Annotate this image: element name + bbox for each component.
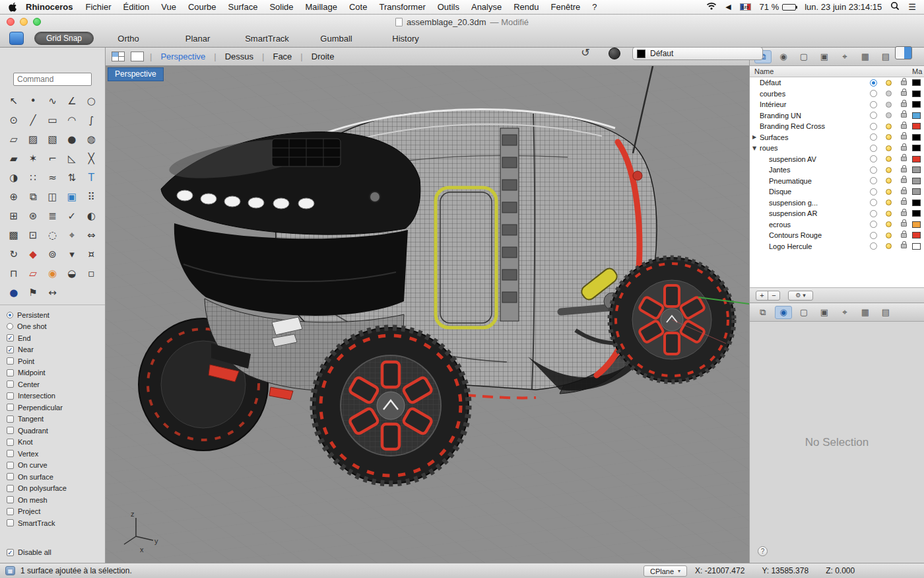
checkbox-icon[interactable]: ✓ <box>7 549 14 556</box>
layer-visibility-bulb[interactable] <box>886 199 892 205</box>
layer-lock-icon[interactable] <box>901 190 907 194</box>
layer-color-swatch[interactable] <box>912 123 921 129</box>
layer-lock-icon[interactable] <box>901 135 907 139</box>
menu-cote[interactable]: Cote <box>343 2 373 12</box>
layer-lock-icon[interactable] <box>901 211 907 216</box>
surface-points-tool-icon[interactable]: ▱ <box>4 129 23 149</box>
camera-icon[interactable]: ⌖ <box>836 50 853 63</box>
osnap-perpendicular[interactable]: Perpendicular <box>7 402 98 414</box>
osnap-mode-one-shot[interactable]: One shot <box>7 321 98 333</box>
checkbox-icon[interactable] <box>7 427 14 434</box>
page-icon[interactable]: ▢ <box>795 306 812 319</box>
perspective-viewport[interactable]: z y x Perspective <box>106 66 749 563</box>
drag-tool-icon[interactable]: ⇅ <box>62 168 81 187</box>
page-icon[interactable]: ▢ <box>795 50 812 63</box>
menu-vue[interactable]: Vue <box>155 2 182 12</box>
apple-menu-icon[interactable] <box>8 2 16 12</box>
menu-solide[interactable]: Solide <box>263 2 299 12</box>
layer-visibility-bulb[interactable] <box>886 134 892 140</box>
checkbox-icon[interactable] <box>7 357 14 365</box>
turntable-tool-icon[interactable]: ⊚ <box>43 244 62 264</box>
layer-visibility-bulb[interactable] <box>886 80 892 86</box>
viewport-title-label[interactable]: Perspective <box>108 67 164 81</box>
point-cloud-tool-icon[interactable]: ∷ <box>23 168 42 187</box>
layer-visibility-bulb[interactable] <box>886 124 892 129</box>
layer-row-suspension-av[interactable]: suspension AV <box>750 154 924 165</box>
notification-list-icon[interactable]: ☰ <box>908 2 916 12</box>
layer-visibility-bulb[interactable] <box>886 221 892 227</box>
render-sphere-icon[interactable] <box>609 48 620 59</box>
chamfer-tool-icon[interactable]: ◺ <box>62 149 81 168</box>
layer-visibility-bulb[interactable] <box>886 112 892 118</box>
current-layer-radio[interactable] <box>870 112 877 119</box>
spotlight-tool-icon[interactable]: ¤ <box>82 244 101 264</box>
radio-icon[interactable] <box>7 312 13 318</box>
cylinder-tool-icon[interactable]: ◍ <box>82 129 101 149</box>
wire-box-tool-icon[interactable]: ▫ <box>82 264 101 283</box>
layer-color-swatch[interactable] <box>912 166 921 173</box>
current-layer-radio[interactable] <box>870 221 877 228</box>
text-tool-icon[interactable]: T <box>82 168 101 187</box>
point-tool-icon[interactable]: • <box>23 91 42 110</box>
layer-row-jantes[interactable]: Jantes <box>750 164 924 176</box>
arc-tool-icon[interactable]: ◠ <box>62 110 81 129</box>
layer-lock-icon[interactable] <box>901 178 907 183</box>
osnap-near[interactable]: ✓Near <box>7 344 98 356</box>
grid-icon[interactable]: ▦ <box>857 50 874 63</box>
layer-lock-icon[interactable] <box>901 113 907 118</box>
menu-fen-tre[interactable]: Fenêtre <box>545 2 587 12</box>
lasso-tool-icon[interactable]: ◌ <box>43 225 62 244</box>
menu-fichier[interactable]: Fichier <box>80 2 117 12</box>
menu-maillage[interactable]: Maillage <box>300 2 343 12</box>
command-input[interactable] <box>13 73 92 86</box>
orient-tool-icon[interactable]: ▣ <box>62 187 81 206</box>
current-layer-radio[interactable] <box>870 199 877 206</box>
remove-layer-button[interactable]: − <box>768 291 780 301</box>
sphere-tool-icon[interactable]: ● <box>62 129 81 149</box>
menu-transformer[interactable]: Transformer <box>373 2 431 12</box>
control-point-curve-tool-icon[interactable]: ∿ <box>43 91 62 110</box>
layer-lock-icon[interactable] <box>901 124 907 129</box>
copy-tool-icon[interactable]: ⧉ <box>23 187 42 206</box>
layer-color-swatch[interactable] <box>912 134 921 141</box>
layer-color-swatch[interactable] <box>912 178 921 184</box>
x-coordinate[interactable]: X: -21007.472 <box>695 566 744 575</box>
polyline-tool-icon[interactable]: ∠ <box>62 91 81 110</box>
toolbar-toggle-smarttrack[interactable]: SmartTrack <box>232 34 302 44</box>
layer-color-swatch[interactable] <box>912 145 921 151</box>
z-coordinate[interactable]: Z: 0.000 <box>826 566 855 575</box>
menu-courbe[interactable]: Courbe <box>182 2 222 12</box>
checkbox-icon[interactable] <box>7 439 14 446</box>
offset-tool-icon[interactable]: ≣ <box>43 206 62 225</box>
rebuild-tool-icon[interactable]: ≈ <box>43 168 62 187</box>
tab-droite[interactable]: Droite <box>309 52 337 61</box>
layer-visibility-bulb[interactable] <box>886 90 892 96</box>
viewport-canvas[interactable]: z y x <box>106 66 749 563</box>
current-layer-radio[interactable] <box>870 90 877 97</box>
layer-lock-icon[interactable] <box>901 146 907 151</box>
freeform-curve-tool-icon[interactable]: ∫ <box>82 110 101 129</box>
checkbox-icon[interactable] <box>7 508 14 515</box>
osnap-tangent[interactable]: Tangent <box>7 414 98 425</box>
layer-lock-icon[interactable] <box>901 157 907 161</box>
layer-color-swatch[interactable] <box>912 156 921 163</box>
render-tool-icon[interactable]: ◒ <box>62 264 81 283</box>
osnap-point[interactable]: Point <box>7 355 98 367</box>
menu-rendu[interactable]: Rendu <box>508 2 544 12</box>
layer-color-swatch[interactable] <box>912 199 921 206</box>
layer-color-swatch[interactable] <box>912 90 921 97</box>
display-icon[interactable]: ◉ <box>775 50 792 63</box>
help-button[interactable]: ? <box>758 546 768 556</box>
pan-tool-icon[interactable]: ⇔ <box>82 225 101 244</box>
circle-tool-icon[interactable]: ○ <box>82 91 101 110</box>
ellipse-tool-icon[interactable]: ⊙ <box>4 110 23 129</box>
app-menu-rhinoceros[interactable]: Rhinoceros <box>19 2 80 12</box>
array-polar-tool-icon[interactable]: ⊛ <box>23 206 42 225</box>
window-titlebar[interactable]: assemblage_20.3dm — Modifié <box>0 15 924 29</box>
checkbox-icon[interactable] <box>7 462 14 469</box>
single-view-layout-icon[interactable] <box>131 52 144 61</box>
layer-color-swatch[interactable] <box>912 221 921 228</box>
array-tool-icon[interactable]: ⠿ <box>82 187 101 206</box>
layer-lock-icon[interactable] <box>901 233 907 238</box>
osnap-disable-all[interactable]: ✓Disable all <box>7 547 98 559</box>
